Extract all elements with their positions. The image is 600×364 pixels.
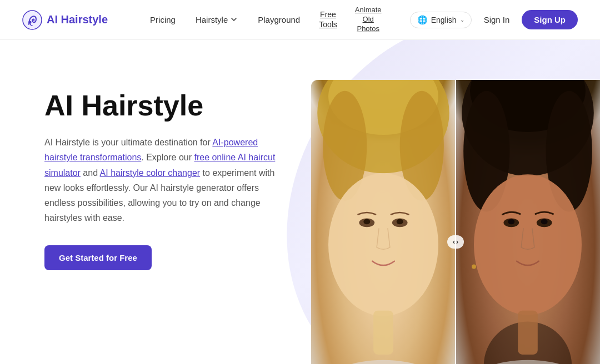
svg-point-6 xyxy=(328,173,438,316)
nav-playground[interactable]: Playground xyxy=(249,11,309,29)
svg-point-18 xyxy=(474,174,582,315)
language-caret-icon: ⌄ xyxy=(460,17,464,23)
logo-icon xyxy=(22,10,42,30)
face-features-left xyxy=(311,80,456,364)
svg-rect-11 xyxy=(373,311,393,355)
svg-point-21 xyxy=(508,219,514,224)
signin-link[interactable]: Sign In xyxy=(478,12,516,28)
svg-rect-23 xyxy=(518,311,538,355)
image-comparison-area: ‹ › xyxy=(311,80,600,364)
nav-links: Pricing Hairstyle Playground Free Tools … xyxy=(141,2,410,37)
nav-right: 🌐 English ⌄ Sign In Sign Up xyxy=(410,10,578,29)
svg-point-25 xyxy=(472,265,476,269)
svg-point-12 xyxy=(323,360,444,364)
link-color-changer[interactable]: AI hairstyle color changer xyxy=(100,168,201,178)
cta-button[interactable]: Get Started for Free xyxy=(44,245,152,270)
logo-text: AI Hairstyle xyxy=(47,13,108,26)
svg-point-10 xyxy=(397,219,403,224)
svg-point-22 xyxy=(541,219,548,224)
before-image xyxy=(311,80,456,364)
after-image xyxy=(456,80,600,364)
nav-free-tools[interactable]: Free Tools xyxy=(311,6,345,33)
face-features-right xyxy=(456,80,600,364)
navbar: AI Hairstyle Pricing Hairstyle Playgroun… xyxy=(0,0,600,40)
globe-icon: 🌐 xyxy=(417,15,428,25)
language-selector[interactable]: 🌐 English ⌄ xyxy=(410,12,472,28)
arrow-right-icon: › xyxy=(456,238,458,246)
hero-content: AI Hairstyle AI Hairstyle is your ultima… xyxy=(44,73,322,270)
hero-title: AI Hairstyle xyxy=(44,90,322,122)
hero-section: AI Hairstyle AI Hairstyle is your ultima… xyxy=(0,40,600,364)
logo-link[interactable]: AI Hairstyle xyxy=(22,10,108,30)
comparison-handle[interactable]: ‹ › xyxy=(447,235,464,249)
nav-pricing[interactable]: Pricing xyxy=(141,11,184,29)
arrow-left-icon: ‹ xyxy=(453,238,455,246)
signup-button[interactable]: Sign Up xyxy=(522,10,578,29)
chevron-down-icon xyxy=(230,16,238,23)
svg-point-9 xyxy=(363,219,370,224)
comparison-container: ‹ › xyxy=(311,80,600,364)
comparison-divider-line xyxy=(455,80,456,364)
nav-animate-old-photos[interactable]: Animate Old Photos xyxy=(347,2,389,37)
hero-description: AI Hairstyle is your ultimate destinatio… xyxy=(44,135,283,225)
nav-hairstyle[interactable]: Hairstyle xyxy=(187,11,247,29)
language-label: English xyxy=(431,16,457,24)
